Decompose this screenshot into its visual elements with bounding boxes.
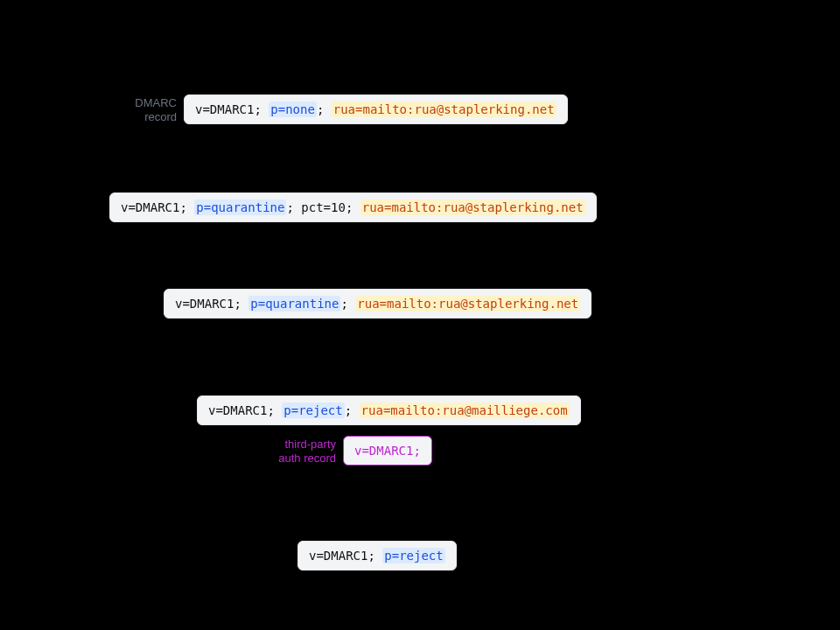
dmarc-record-3: v=DMARC1; p=quarantine; rua=mailto:rua@s… [164, 289, 592, 318]
rec2-rua: rua=mailto:rua@staplerking.net [360, 200, 585, 215]
rec3-prefix: v=DMARC1; [175, 297, 248, 311]
rec2-policy: p=quarantine [194, 200, 286, 215]
dmarc-label-line2: record [144, 110, 177, 123]
dmarc-record-2: v=DMARC1; p=quarantine; pct=10; rua=mail… [109, 192, 597, 222]
dmarc-record-4: v=DMARC1; p=reject; rua=mailto:rua@maill… [197, 396, 581, 425]
third-party-label: third-party auth record [261, 438, 336, 465]
dmarc-label-line1: DMARC [135, 96, 177, 109]
rec4-policy: p=reject [282, 402, 344, 418]
third-party-auth-record: v=DMARC1; [343, 436, 432, 466]
rec4-prefix: v=DMARC1; [208, 403, 282, 417]
rec1-mid: ; [317, 102, 332, 116]
rec2-mid: ; pct=10; [286, 200, 360, 214]
rec6-prefix: v=DMARC1; [309, 549, 382, 563]
rec1-rua: rua=mailto:rua@staplerking.net [332, 102, 556, 117]
rec1-prefix: v=DMARC1; [195, 102, 269, 116]
rec2-prefix: v=DMARC1; [121, 200, 194, 214]
dmarc-record-1: v=DMARC1; p=none; rua=mailto:rua@stapler… [184, 94, 568, 124]
rec3-policy: p=quarantine [248, 296, 340, 312]
dmarc-record-6: v=DMARC1; p=reject [298, 541, 457, 570]
rec6-policy: p=reject [382, 548, 444, 564]
rec4-rua: rua=mailto:rua@mailliege.com [360, 402, 570, 418]
diagram-stage: DMARC record v=DMARC1; p=none; rua=mailt… [0, 0, 840, 630]
third-label-line1: third-party [284, 438, 336, 451]
rec4-mid: ; [345, 403, 360, 417]
rec3-mid: ; [340, 297, 355, 311]
dmarc-record-label: DMARC record [102, 96, 177, 123]
rec3-rua: rua=mailto:rua@staplerking.net [355, 296, 580, 312]
rec5-raw: v=DMARC1; [354, 444, 421, 458]
rec1-policy: p=none [269, 102, 317, 117]
third-label-line2: auth record [278, 452, 336, 465]
